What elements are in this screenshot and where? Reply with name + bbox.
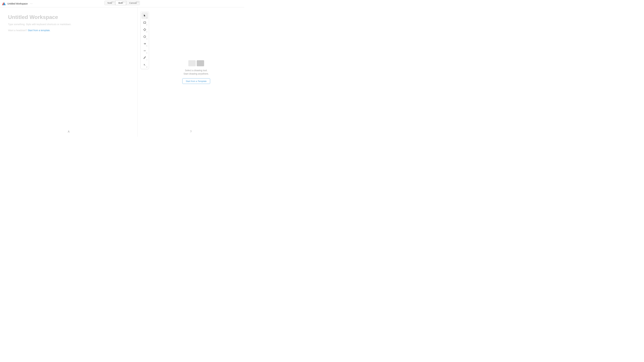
circle-tool-button[interactable]: 4 (142, 33, 148, 40)
svg-marker-3 (144, 28, 146, 31)
diamond-icon (144, 28, 146, 31)
pen-icon (144, 56, 146, 59)
line-icon (144, 49, 146, 52)
note-panel: Untitled Workspace Type something. Style… (0, 7, 138, 137)
tab-both-shortcut: Alt+2 (122, 1, 125, 3)
placeholder-card-2 (197, 60, 204, 66)
template-link[interactable]: Start from a template. (28, 29, 50, 32)
canvas-placeholder: Select a drawing tool. Start drawing any… (182, 60, 210, 84)
tab-canvas-shortcut: Alt+3 (136, 1, 139, 3)
header: Untitled Workspace ··· Note Alt+1 Both A… (0, 0, 244, 7)
canvas-placeholder-main: Select a drawing tool. (182, 69, 210, 72)
template-prompt: Want a headstart? Start from a template. (8, 29, 129, 32)
help-button[interactable]: ? (188, 129, 194, 135)
diamond-tool-shortcut: 3 (146, 31, 147, 33)
pen-tool-shortcut: 7 (146, 59, 147, 61)
start-from-template-button[interactable]: Start from a Template (182, 78, 210, 84)
line-tool-shortcut: 6 (146, 52, 147, 54)
placeholder-icon (182, 60, 210, 66)
arrow-tool-shortcut: 5 (146, 45, 147, 47)
line-tool-button[interactable]: 6 (142, 47, 148, 54)
drawing-toolbar: 1 2 3 4 (140, 11, 149, 69)
circle-icon (144, 35, 146, 38)
svg-rect-2 (144, 22, 146, 23)
tab-canvas[interactable]: Canvas Alt+3 (126, 1, 140, 5)
tab-note[interactable]: Note Alt+1 (104, 1, 115, 5)
arrow-tool-button[interactable]: 5 (142, 40, 148, 47)
text-icon: T ↕ (144, 63, 146, 66)
rectangle-tool-button[interactable]: 2 (142, 19, 148, 26)
rectangle-icon (144, 21, 146, 24)
select-tool-shortcut: 1 (146, 17, 147, 18)
canvas-panel[interactable]: 1 2 3 4 (138, 7, 244, 137)
cursor-icon (144, 14, 146, 17)
svg-point-4 (144, 36, 146, 38)
template-prompt-text: Want a headstart? (8, 29, 27, 32)
circle-tool-shortcut: 4 (146, 38, 147, 40)
tab-note-shortcut: Alt+1 (111, 1, 114, 3)
tab-both[interactable]: Both Alt+2 (115, 1, 126, 5)
placeholder-card-1 (188, 60, 196, 66)
note-bottom-bar: A (0, 129, 137, 135)
text-tool-shortcut: 8 (146, 66, 147, 68)
pen-tool-button[interactable]: 7 (142, 54, 148, 61)
svg-text:↕: ↕ (145, 65, 146, 66)
font-button[interactable]: A (66, 129, 72, 135)
select-tool-button[interactable]: 1 (142, 12, 148, 19)
view-tabs: Note Alt+1 Both Alt+2 Canvas Alt+3 (0, 1, 244, 5)
help-button-area: ? (138, 129, 244, 135)
rectangle-tool-shortcut: 2 (146, 24, 147, 26)
arrow-icon (144, 42, 146, 45)
text-tool-button[interactable]: T ↕ 8 (142, 61, 148, 68)
note-placeholder-text: Type something. Style with keyboard shor… (8, 23, 129, 26)
main-layout: Untitled Workspace Type something. Style… (0, 7, 244, 137)
diamond-tool-button[interactable]: 3 (142, 26, 148, 33)
canvas-placeholder-sub: Start drawing anywhere. (182, 72, 210, 75)
svg-text:T: T (144, 64, 145, 66)
note-title: Untitled Workspace (8, 14, 129, 20)
